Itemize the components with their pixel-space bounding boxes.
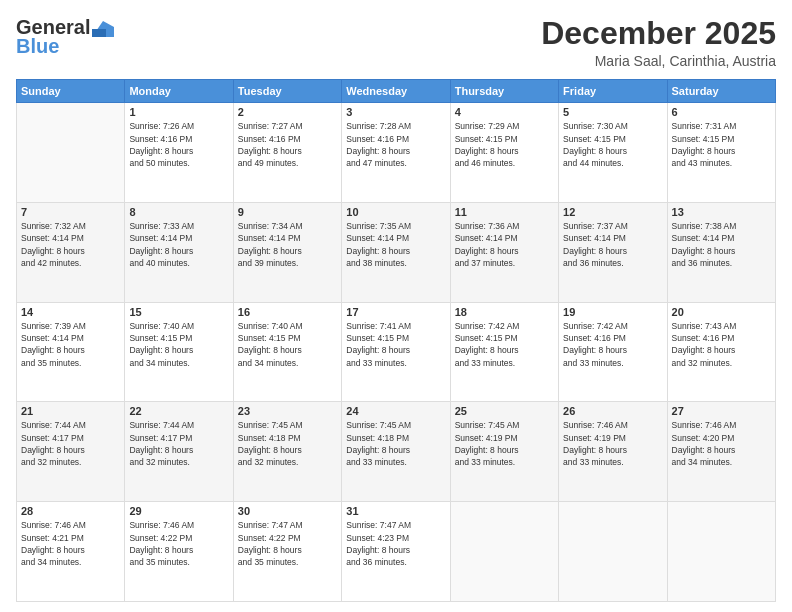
calendar-cell: 9Sunrise: 7:34 AM Sunset: 4:14 PM Daylig… — [233, 202, 341, 302]
day-info: Sunrise: 7:44 AM Sunset: 4:17 PM Dayligh… — [129, 419, 228, 468]
col-header-tuesday: Tuesday — [233, 80, 341, 103]
calendar-cell: 22Sunrise: 7:44 AM Sunset: 4:17 PM Dayli… — [125, 402, 233, 502]
calendar-week-row: 21Sunrise: 7:44 AM Sunset: 4:17 PM Dayli… — [17, 402, 776, 502]
calendar-cell: 28Sunrise: 7:46 AM Sunset: 4:21 PM Dayli… — [17, 502, 125, 602]
day-info: Sunrise: 7:46 AM Sunset: 4:22 PM Dayligh… — [129, 519, 228, 568]
day-info: Sunrise: 7:45 AM Sunset: 4:18 PM Dayligh… — [346, 419, 445, 468]
day-info: Sunrise: 7:42 AM Sunset: 4:16 PM Dayligh… — [563, 320, 662, 369]
calendar-cell: 30Sunrise: 7:47 AM Sunset: 4:22 PM Dayli… — [233, 502, 341, 602]
day-number: 30 — [238, 505, 337, 517]
day-info: Sunrise: 7:33 AM Sunset: 4:14 PM Dayligh… — [129, 220, 228, 269]
header: General Blue December 2025 Maria Saal, C… — [16, 16, 776, 69]
day-number: 26 — [563, 405, 662, 417]
day-number: 18 — [455, 306, 554, 318]
calendar-cell: 26Sunrise: 7:46 AM Sunset: 4:19 PM Dayli… — [559, 402, 667, 502]
col-header-saturday: Saturday — [667, 80, 775, 103]
logo: General Blue — [16, 16, 114, 58]
calendar-cell: 23Sunrise: 7:45 AM Sunset: 4:18 PM Dayli… — [233, 402, 341, 502]
day-number: 31 — [346, 505, 445, 517]
calendar-cell: 19Sunrise: 7:42 AM Sunset: 4:16 PM Dayli… — [559, 302, 667, 402]
day-info: Sunrise: 7:39 AM Sunset: 4:14 PM Dayligh… — [21, 320, 120, 369]
day-info: Sunrise: 7:26 AM Sunset: 4:16 PM Dayligh… — [129, 120, 228, 169]
calendar-cell: 2Sunrise: 7:27 AM Sunset: 4:16 PM Daylig… — [233, 103, 341, 203]
calendar-cell — [17, 103, 125, 203]
calendar-cell: 31Sunrise: 7:47 AM Sunset: 4:23 PM Dayli… — [342, 502, 450, 602]
day-info: Sunrise: 7:43 AM Sunset: 4:16 PM Dayligh… — [672, 320, 771, 369]
day-number: 6 — [672, 106, 771, 118]
day-number: 15 — [129, 306, 228, 318]
day-info: Sunrise: 7:46 AM Sunset: 4:20 PM Dayligh… — [672, 419, 771, 468]
calendar-week-row: 7Sunrise: 7:32 AM Sunset: 4:14 PM Daylig… — [17, 202, 776, 302]
day-info: Sunrise: 7:42 AM Sunset: 4:15 PM Dayligh… — [455, 320, 554, 369]
day-number: 8 — [129, 206, 228, 218]
calendar-cell: 15Sunrise: 7:40 AM Sunset: 4:15 PM Dayli… — [125, 302, 233, 402]
day-info: Sunrise: 7:45 AM Sunset: 4:19 PM Dayligh… — [455, 419, 554, 468]
calendar-cell — [450, 502, 558, 602]
day-number: 24 — [346, 405, 445, 417]
day-info: Sunrise: 7:28 AM Sunset: 4:16 PM Dayligh… — [346, 120, 445, 169]
day-info: Sunrise: 7:44 AM Sunset: 4:17 PM Dayligh… — [21, 419, 120, 468]
day-info: Sunrise: 7:40 AM Sunset: 4:15 PM Dayligh… — [129, 320, 228, 369]
day-number: 17 — [346, 306, 445, 318]
calendar-cell: 14Sunrise: 7:39 AM Sunset: 4:14 PM Dayli… — [17, 302, 125, 402]
calendar-cell: 10Sunrise: 7:35 AM Sunset: 4:14 PM Dayli… — [342, 202, 450, 302]
day-info: Sunrise: 7:46 AM Sunset: 4:19 PM Dayligh… — [563, 419, 662, 468]
calendar-cell: 29Sunrise: 7:46 AM Sunset: 4:22 PM Dayli… — [125, 502, 233, 602]
day-info: Sunrise: 7:32 AM Sunset: 4:14 PM Dayligh… — [21, 220, 120, 269]
day-number: 20 — [672, 306, 771, 318]
calendar-cell: 20Sunrise: 7:43 AM Sunset: 4:16 PM Dayli… — [667, 302, 775, 402]
day-number: 12 — [563, 206, 662, 218]
calendar-cell: 4Sunrise: 7:29 AM Sunset: 4:15 PM Daylig… — [450, 103, 558, 203]
day-info: Sunrise: 7:40 AM Sunset: 4:15 PM Dayligh… — [238, 320, 337, 369]
month-title: December 2025 — [541, 16, 776, 51]
col-header-thursday: Thursday — [450, 80, 558, 103]
day-number: 19 — [563, 306, 662, 318]
day-info: Sunrise: 7:37 AM Sunset: 4:14 PM Dayligh… — [563, 220, 662, 269]
calendar-cell: 8Sunrise: 7:33 AM Sunset: 4:14 PM Daylig… — [125, 202, 233, 302]
day-number: 10 — [346, 206, 445, 218]
day-number: 22 — [129, 405, 228, 417]
day-number: 5 — [563, 106, 662, 118]
day-info: Sunrise: 7:36 AM Sunset: 4:14 PM Dayligh… — [455, 220, 554, 269]
calendar-cell: 27Sunrise: 7:46 AM Sunset: 4:20 PM Dayli… — [667, 402, 775, 502]
day-info: Sunrise: 7:47 AM Sunset: 4:22 PM Dayligh… — [238, 519, 337, 568]
day-info: Sunrise: 7:31 AM Sunset: 4:15 PM Dayligh… — [672, 120, 771, 169]
day-number: 13 — [672, 206, 771, 218]
day-number: 25 — [455, 405, 554, 417]
calendar-cell: 3Sunrise: 7:28 AM Sunset: 4:16 PM Daylig… — [342, 103, 450, 203]
calendar-cell: 12Sunrise: 7:37 AM Sunset: 4:14 PM Dayli… — [559, 202, 667, 302]
day-number: 16 — [238, 306, 337, 318]
day-number: 7 — [21, 206, 120, 218]
calendar-table: SundayMondayTuesdayWednesdayThursdayFrid… — [16, 79, 776, 602]
page-container: General Blue December 2025 Maria Saal, C… — [0, 0, 792, 612]
day-number: 4 — [455, 106, 554, 118]
day-info: Sunrise: 7:47 AM Sunset: 4:23 PM Dayligh… — [346, 519, 445, 568]
day-number: 11 — [455, 206, 554, 218]
day-info: Sunrise: 7:41 AM Sunset: 4:15 PM Dayligh… — [346, 320, 445, 369]
calendar-cell: 21Sunrise: 7:44 AM Sunset: 4:17 PM Dayli… — [17, 402, 125, 502]
day-number: 21 — [21, 405, 120, 417]
calendar-cell: 7Sunrise: 7:32 AM Sunset: 4:14 PM Daylig… — [17, 202, 125, 302]
calendar-cell: 1Sunrise: 7:26 AM Sunset: 4:16 PM Daylig… — [125, 103, 233, 203]
location: Maria Saal, Carinthia, Austria — [541, 53, 776, 69]
day-info: Sunrise: 7:46 AM Sunset: 4:21 PM Dayligh… — [21, 519, 120, 568]
col-header-monday: Monday — [125, 80, 233, 103]
col-header-sunday: Sunday — [17, 80, 125, 103]
calendar-cell: 18Sunrise: 7:42 AM Sunset: 4:15 PM Dayli… — [450, 302, 558, 402]
logo-icon — [92, 21, 114, 37]
calendar-cell: 13Sunrise: 7:38 AM Sunset: 4:14 PM Dayli… — [667, 202, 775, 302]
day-info: Sunrise: 7:38 AM Sunset: 4:14 PM Dayligh… — [672, 220, 771, 269]
day-number: 27 — [672, 405, 771, 417]
day-number: 23 — [238, 405, 337, 417]
calendar-cell: 5Sunrise: 7:30 AM Sunset: 4:15 PM Daylig… — [559, 103, 667, 203]
logo-blue: Blue — [16, 35, 59, 58]
calendar-cell: 11Sunrise: 7:36 AM Sunset: 4:14 PM Dayli… — [450, 202, 558, 302]
day-number: 3 — [346, 106, 445, 118]
calendar-cell: 17Sunrise: 7:41 AM Sunset: 4:15 PM Dayli… — [342, 302, 450, 402]
col-header-friday: Friday — [559, 80, 667, 103]
calendar-cell — [667, 502, 775, 602]
day-info: Sunrise: 7:35 AM Sunset: 4:14 PM Dayligh… — [346, 220, 445, 269]
col-header-wednesday: Wednesday — [342, 80, 450, 103]
calendar-header-row: SundayMondayTuesdayWednesdayThursdayFrid… — [17, 80, 776, 103]
day-info: Sunrise: 7:27 AM Sunset: 4:16 PM Dayligh… — [238, 120, 337, 169]
